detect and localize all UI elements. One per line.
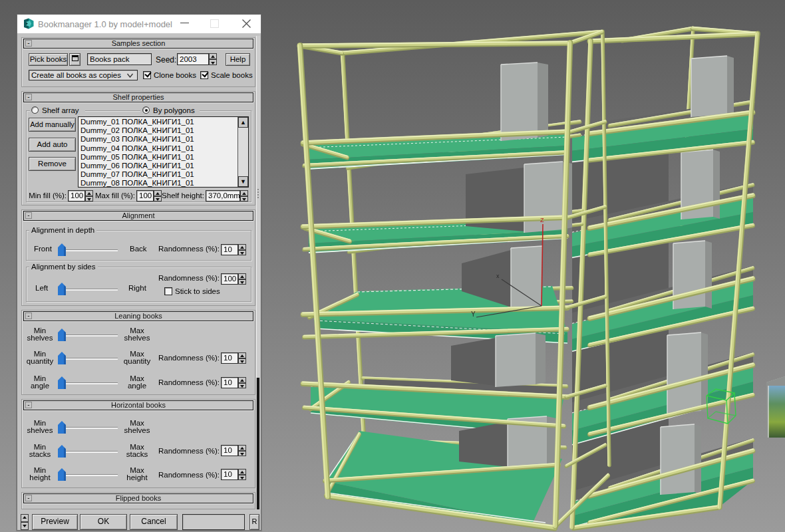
svg-text:Z: Z — [540, 217, 544, 223]
svg-text:x: x — [496, 273, 500, 279]
svg-text:Y: Y — [471, 311, 476, 318]
